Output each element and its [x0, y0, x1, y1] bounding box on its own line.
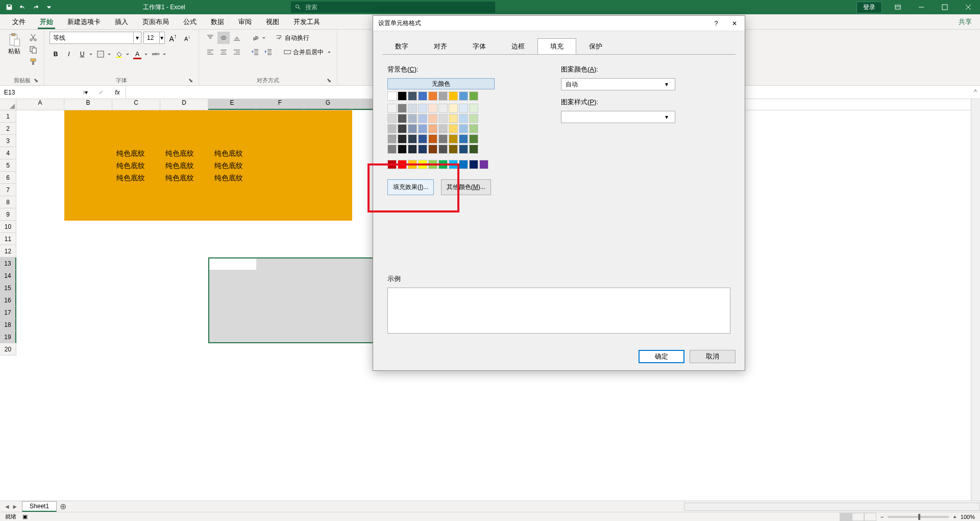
- align-top-button[interactable]: [204, 32, 216, 44]
- color-swatch[interactable]: [469, 91, 478, 99]
- italic-button[interactable]: I: [63, 48, 75, 60]
- dlg-tab-alignment[interactable]: 对齐: [421, 38, 460, 55]
- bold-button[interactable]: B: [50, 48, 62, 60]
- decrease-font-button[interactable]: A↓: [181, 32, 193, 44]
- borders-dropdown[interactable]: [107, 48, 112, 60]
- decrease-indent-button[interactable]: [249, 46, 261, 58]
- borders-button[interactable]: [94, 48, 107, 60]
- svg-point-0: [296, 5, 299, 8]
- orientation-dropdown[interactable]: [261, 32, 266, 44]
- title-bar: 工作簿1 - Excel 搜索 登录: [0, 0, 980, 14]
- wrap-text-button[interactable]: 自动换行: [273, 32, 312, 44]
- tab-developer[interactable]: 开发工具: [286, 14, 327, 29]
- name-box[interactable]: ▾: [0, 86, 77, 99]
- no-color-button[interactable]: 无颜色: [387, 78, 495, 89]
- svg-rect-5: [942, 5, 947, 10]
- font-size-combo[interactable]: ▾: [143, 32, 165, 44]
- tab-file[interactable]: 文件: [5, 14, 33, 29]
- color-swatch[interactable]: [408, 91, 417, 99]
- color-swatch[interactable]: [438, 91, 448, 99]
- color-swatch[interactable]: [428, 91, 437, 99]
- tab-view[interactable]: 视图: [259, 14, 286, 29]
- chevron-down-icon[interactable]: ▾: [133, 32, 141, 43]
- group-alignment: ab 自动换行 合并后居中 对齐方式⬊: [199, 30, 337, 85]
- help-button[interactable]: ?: [711, 18, 721, 29]
- dialog-titlebar[interactable]: 设置单元格格式 ? ✕: [373, 16, 745, 31]
- group-clipboard: 粘贴 剪贴板⬊: [0, 30, 44, 85]
- underline-button[interactable]: U: [76, 48, 88, 60]
- dlg-tab-fill[interactable]: 填充: [537, 38, 576, 55]
- svg-rect-2: [895, 5, 900, 9]
- tab-data[interactable]: 数据: [204, 14, 231, 29]
- color-swatch[interactable]: [449, 91, 458, 99]
- dialog-close-button[interactable]: ✕: [729, 18, 740, 29]
- qat-customize-button[interactable]: [43, 2, 55, 13]
- copy-button[interactable]: [28, 44, 39, 55]
- search-box[interactable]: 搜索: [291, 2, 495, 13]
- dialog-tabs: 数字 对齐 字体 边框 填充 保护: [382, 38, 736, 55]
- align-bottom-button[interactable]: [231, 32, 243, 44]
- font-name-combo[interactable]: ▾: [50, 32, 141, 44]
- phonetic-button[interactable]: wén: [150, 48, 162, 60]
- tab-insert[interactable]: 插入: [108, 14, 135, 29]
- increase-indent-button[interactable]: [262, 46, 275, 58]
- font-color-dropdown[interactable]: [143, 48, 149, 60]
- align-center-button[interactable]: [217, 46, 230, 58]
- align-left-button[interactable]: [204, 46, 216, 58]
- bgcolor-label: 背景色(C):: [387, 65, 495, 74]
- dlg-tab-border[interactable]: 边框: [499, 38, 537, 55]
- fill-color-button[interactable]: [113, 48, 125, 60]
- svg-rect-16: [32, 61, 34, 65]
- color-swatch[interactable]: [387, 91, 397, 99]
- chevron-down-icon[interactable]: ▾: [663, 81, 671, 88]
- align-right-button[interactable]: [231, 46, 243, 58]
- tab-page-layout[interactable]: 页面布局: [135, 14, 176, 29]
- color-swatch[interactable]: [459, 91, 468, 99]
- format-cells-dialog: 设置单元格格式 ? ✕ 数字 对齐 字体 边框 填充 保护 背景色(C): 无颜…: [373, 15, 745, 99]
- cut-button[interactable]: [28, 32, 39, 43]
- phonetic-dropdown[interactable]: [162, 48, 167, 60]
- dlg-tab-font[interactable]: 字体: [460, 38, 499, 55]
- tab-newtab[interactable]: 新建选项卡: [60, 14, 108, 29]
- undo-button[interactable]: [16, 2, 29, 13]
- enter-formula-button[interactable]: ✓: [93, 86, 109, 99]
- underline-dropdown[interactable]: [88, 48, 93, 60]
- collapse-ribbon-button[interactable]: ^: [972, 87, 979, 97]
- paste-button[interactable]: 粘贴: [5, 32, 23, 73]
- font-color-button[interactable]: A: [131, 48, 143, 60]
- share-button[interactable]: 共享: [953, 14, 977, 29]
- save-button[interactable]: [3, 2, 15, 13]
- merge-center-button[interactable]: 合并后居中: [281, 46, 327, 58]
- merge-dropdown[interactable]: [327, 46, 332, 58]
- fill-color-dropdown[interactable]: [125, 48, 130, 60]
- close-button[interactable]: [957, 0, 980, 14]
- orientation-button[interactable]: ab: [249, 32, 261, 44]
- align-middle-button[interactable]: [217, 32, 230, 44]
- pattern-color-combo[interactable]: 自动▾: [561, 78, 675, 90]
- tab-home[interactable]: 开始: [33, 14, 60, 29]
- format-painter-button[interactable]: [28, 56, 39, 67]
- cancel-formula-button[interactable]: ✕: [77, 86, 93, 99]
- color-swatch[interactable]: [418, 91, 427, 99]
- chevron-down-icon[interactable]: ▾: [159, 32, 164, 43]
- increase-font-button[interactable]: A↑: [167, 32, 179, 44]
- svg-point-12: [34, 39, 36, 41]
- tab-review[interactable]: 审阅: [231, 14, 259, 29]
- dialog-fill-panel: 背景色(C): 无颜色 填充效果(I)... 其他颜色(M)... 图案颜色(A…: [382, 54, 736, 99]
- pattern-color-label: 图案颜色(A):: [561, 65, 675, 74]
- clipboard-launcher-icon[interactable]: ⬊: [33, 77, 39, 83]
- fx-button[interactable]: fx: [109, 86, 126, 99]
- redo-button[interactable]: [30, 2, 42, 13]
- ribbon-display-button[interactable]: [886, 0, 910, 14]
- dlg-tab-number[interactable]: 数字: [382, 38, 421, 55]
- minimize-button[interactable]: [910, 0, 933, 14]
- alignment-launcher-icon[interactable]: ⬊: [326, 77, 332, 83]
- login-button[interactable]: 登录: [856, 2, 882, 13]
- font-launcher-icon[interactable]: ⬊: [187, 77, 193, 83]
- svg-line-1: [299, 8, 300, 9]
- window-controls: 登录: [856, 0, 980, 14]
- maximize-button[interactable]: [933, 0, 957, 14]
- dlg-tab-protection[interactable]: 保护: [576, 38, 615, 55]
- tab-formulas[interactable]: 公式: [176, 14, 204, 29]
- color-swatch[interactable]: [398, 91, 407, 99]
